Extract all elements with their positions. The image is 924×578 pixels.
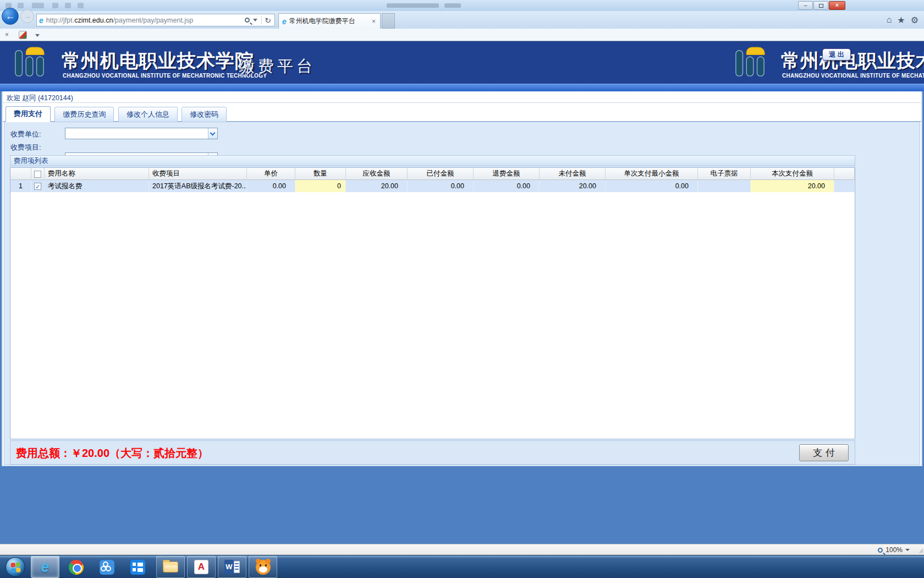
start-button[interactable] [6, 557, 25, 577]
favorites-icon[interactable]: ★ [897, 15, 905, 25]
col-unpaid: 未付金额 [540, 168, 606, 180]
cell-refund: 0.00 [474, 180, 540, 192]
col-refund: 退费金额 [474, 168, 540, 180]
cell-select: ✓ [31, 180, 45, 192]
chevron-down-icon[interactable] [208, 128, 217, 139]
home-icon[interactable]: ⌂ [887, 15, 892, 25]
zoom-dropdown-icon[interactable] [905, 549, 910, 551]
zoom-control[interactable]: 100% [878, 546, 910, 554]
payment-panel: 收费单位: 收费项目: 费用项列表 [4, 122, 920, 465]
school-name-en: CHANGZHOU VOCATIONAL INSTITUTE OF MECHAT… [63, 73, 267, 79]
fee-grid: 费用名称 收费项目 单价 数量 应收金额 已付金额 退费金额 未付金额 单次支付… [10, 167, 855, 439]
zoom-icon [878, 548, 883, 553]
cell-current-payment[interactable]: 20.00 [751, 180, 834, 192]
tab-payment-history[interactable]: 缴费历史查询 [54, 107, 114, 122]
browser-statusbar: 100% ◢ [0, 544, 924, 555]
cell-unpaid: 20.00 [540, 180, 606, 192]
browser-tab[interactable]: e 常州机电学院缴费平台 × [278, 13, 381, 29]
addon-close-icon[interactable]: × [5, 31, 9, 39]
total-bar: 费用总额：￥20.00（大写：贰拾元整） 支付 [10, 440, 855, 465]
col-charge-item: 收费项目 [149, 168, 247, 180]
address-bar[interactable]: e http://jfpt.czimt.edu.cn/payment/pay/p… [36, 14, 275, 26]
col-fee-name: 费用名称 [45, 168, 149, 180]
charge-unit-label: 收费单位: [10, 129, 41, 139]
cell-e-ticket [698, 180, 751, 192]
tab-close-icon[interactable]: × [371, 18, 377, 25]
settings-icon[interactable]: ⚙ [911, 15, 919, 25]
cell-rownum: 1 [10, 180, 31, 192]
taskbar-ie-button[interactable]: e [31, 556, 59, 578]
addon-dropdown-icon[interactable] [35, 34, 40, 37]
school-logo [14, 46, 46, 78]
taskbar: e A W S ? ✓ ☂ ⚑ × 18:00 2017/9/22 [0, 555, 924, 578]
background-window-ghost-title [444, 3, 461, 8]
background-window-ghost-icon [18, 3, 24, 8]
school-name-cn: 常州机电职业技术学院 [781, 48, 924, 74]
search-dropdown-icon[interactable] [253, 19, 257, 21]
back-button[interactable]: ← [2, 8, 19, 25]
site-header: 常州机电职业技术学院 CHANGZHOU VOCATIONAL INSTITUT… [0, 41, 924, 84]
tab-edit-profile[interactable]: 修改个人信息 [118, 107, 178, 122]
charge-unit-select[interactable] [65, 128, 218, 139]
col-unit-price: 单价 [247, 168, 295, 180]
welcome-text: 欢迎 赵同 (41720144) [3, 91, 921, 103]
table-header-row: 费用名称 收费项目 单价 数量 应收金额 已付金额 退费金额 未付金额 单次支付… [10, 168, 855, 180]
taskbar-tiger-app-button[interactable] [249, 556, 277, 578]
addon-bar: × [0, 29, 924, 41]
header-repeat: 常州机电职业技术学院 CHANGZHOU VOCATIONAL INSTITUT… [732, 41, 924, 84]
refresh-icon[interactable]: ↻ [265, 16, 271, 25]
cell-quantity[interactable]: 0 [295, 180, 346, 192]
taskbar-word-button[interactable]: W [218, 556, 246, 578]
zoom-level: 100% [886, 546, 903, 554]
table-row[interactable]: 1 ✓ 考试报名费 2017英语AB级报名考试费-20... 0.00 0 20… [10, 180, 855, 192]
cell-min-payment: 0.00 [606, 180, 698, 192]
ie-page-icon: e [39, 16, 43, 25]
taskbar-netdisk-button[interactable] [92, 556, 121, 578]
tiger-icon [256, 560, 271, 575]
pay-button[interactable]: 支付 [799, 444, 849, 461]
cell-filler [834, 180, 855, 192]
total-amount-text: 费用总额：￥20.00（大写：贰拾元整） [16, 446, 208, 461]
col-current-payment: 本次支付金额 [751, 168, 834, 180]
browser-navbar: ← → e http://jfpt.czimt.edu.cn/payment/p… [0, 11, 924, 29]
new-tab-button[interactable] [382, 13, 395, 29]
fee-list-title: 费用项列表 [10, 155, 855, 166]
forward-button[interactable]: → [20, 9, 34, 23]
taskbar-explorer-button[interactable] [156, 556, 185, 578]
url-domain: czimt.edu.cn [74, 17, 113, 24]
logout-button[interactable]: 退 出 [822, 48, 851, 61]
tab-bar: 费用支付 缴费历史查询 修改个人信息 修改密码 [3, 103, 921, 122]
url-scheme: http://jfpt. [46, 17, 74, 24]
tab-change-password[interactable]: 修改密码 [182, 107, 227, 122]
search-icon[interactable] [245, 18, 250, 23]
tab-title: 常州机电学院缴费平台 [289, 17, 371, 26]
close-button[interactable]: × [829, 1, 845, 10]
cell-amount-due: 20.00 [346, 180, 408, 192]
background-window-ghost-icon [32, 3, 44, 8]
col-select [31, 168, 45, 180]
addon-plugin-icon[interactable] [19, 31, 27, 39]
select-all-checkbox[interactable] [34, 171, 41, 178]
tab-fee-payment[interactable]: 费用支付 [6, 106, 51, 122]
cell-amount-paid: 0.00 [408, 180, 474, 192]
browser-toolbar-right: ⌂ ★ ⚙ [887, 15, 919, 25]
school-logo [734, 46, 766, 78]
taskbar-acrobat-button[interactable]: A [187, 556, 216, 578]
school-name-cn: 常州机电职业技术学院 [62, 48, 254, 74]
folder-icon [163, 561, 178, 572]
url-text[interactable]: http://jfpt.czimt.edu.cn/payment/pay/pay… [46, 17, 244, 24]
ie-icon: e [41, 559, 49, 576]
taskbar-chrome-button[interactable] [62, 556, 90, 578]
row-checkbox[interactable]: ✓ [34, 183, 41, 190]
cell-fee-name: 考试报名费 [45, 180, 149, 192]
col-rownum [10, 168, 31, 180]
charge-item-label: 收费项目: [10, 143, 41, 152]
divider [261, 16, 262, 25]
background-window-ghost-icon [52, 3, 58, 8]
background-window-ghost-icon [65, 3, 71, 8]
minimize-button[interactable]: – [798, 1, 813, 10]
taskbar-media-button[interactable] [123, 556, 152, 578]
window-controls: – × [798, 1, 845, 10]
windows-flag-icon [10, 562, 21, 572]
restore-button[interactable] [813, 1, 828, 10]
